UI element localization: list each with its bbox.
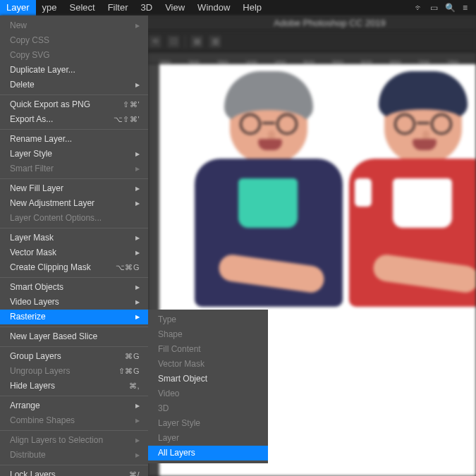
menu-item-label: Video Layers xyxy=(10,296,59,308)
menu-item-arrange[interactable]: Arrange xyxy=(0,398,148,413)
menu-item-shortcut: ⌘, xyxy=(129,380,140,392)
menu-separator xyxy=(0,430,148,431)
menu-item-group-layers[interactable]: Group Layers⌘G xyxy=(0,349,148,364)
menu-extra-icon: ≡ xyxy=(463,3,468,13)
menu-item-label: Delete xyxy=(10,79,35,91)
ruler-tick: 500 xyxy=(303,59,332,63)
menu-item-label: Rasterize xyxy=(10,311,46,323)
menu-item-label: Smart Filter xyxy=(10,163,54,175)
menu-item-copy-svg: Copy SVG xyxy=(0,48,148,63)
menu-item-combine-shapes: Combine Shapes xyxy=(0,413,148,428)
menu-item-label: Layer Content Options... xyxy=(10,212,102,224)
ruler-horizontal: 250300350400450500550600650700750 xyxy=(148,53,476,64)
menu-item-layer-style[interactable]: Layer Style xyxy=(0,147,148,161)
menu-separator xyxy=(0,178,148,179)
submenu-item-shape: Shape xyxy=(148,327,268,342)
wifi-icon: ᯤ xyxy=(415,3,423,13)
menu-separator xyxy=(0,327,148,327)
menu-window[interactable]: Window xyxy=(191,0,236,16)
menu-item-label: Hide Layers xyxy=(10,380,55,392)
submenu-item-layer: Layer xyxy=(148,431,268,446)
menu-item-distribute: Distribute xyxy=(0,448,148,463)
menu-item-shortcut: ⇧⌘' xyxy=(123,99,140,111)
options-divider xyxy=(185,35,185,48)
ruler-tick: 400 xyxy=(245,59,274,63)
battery-icon: ▭ xyxy=(430,3,438,13)
menu-item-lock-layers-[interactable]: Lock Layers...⌘/ xyxy=(0,468,148,476)
menu-item-new-layer-based-slice[interactable]: New Layer Based Slice xyxy=(0,329,148,344)
menu-item-rasterize[interactable]: Rasterize xyxy=(0,310,148,324)
menu-item-label: Align Layers to Selection xyxy=(10,434,103,446)
menu-item-align-layers-to-selection: Align Layers to Selection xyxy=(0,433,148,448)
menu-item-hide-layers[interactable]: Hide Layers⌘, xyxy=(0,379,148,393)
submenu-item-layer-style: Layer Style xyxy=(148,416,268,431)
menu-separator xyxy=(0,346,148,347)
app-root: Layer ype Select Filter 3D View Window H… xyxy=(0,0,476,476)
menu-item-label: Duplicate Layer... xyxy=(10,64,75,76)
menu-item-rename-layer-[interactable]: Rename Layer... xyxy=(0,132,148,147)
menu-separator xyxy=(0,228,148,228)
menu-item-label: Group Layers xyxy=(10,350,61,362)
menu-layer[interactable]: Layer xyxy=(0,0,36,16)
menubar: Layer ype Select Filter 3D View Window H… xyxy=(0,0,476,16)
menu-item-label: Vector Mask xyxy=(10,247,56,259)
menu-item-label: Arrange xyxy=(10,400,40,412)
submenu-item-3d: 3D xyxy=(148,401,268,416)
menu-select[interactable]: Select xyxy=(63,0,102,16)
status-icons: ᯤ ▭ 🔍 ≡ xyxy=(415,3,476,13)
rasterize-submenu: TypeShapeFill ContentVector MaskSmart Ob… xyxy=(148,310,268,463)
menu-item-label: Distribute xyxy=(10,449,46,461)
menu-item-label: New Fill Layer xyxy=(10,183,63,195)
illustration-person-b xyxy=(342,78,476,325)
menu-help[interactable]: Help xyxy=(236,0,268,16)
ruler-tick: 700 xyxy=(418,59,447,63)
menu-filter[interactable]: Filter xyxy=(102,0,135,16)
menu-item-label: New Layer Based Slice xyxy=(10,331,97,343)
menu-item-label: Ungroup Layers xyxy=(10,365,70,377)
menu-view[interactable]: View xyxy=(159,0,191,16)
menu-separator xyxy=(0,94,148,95)
menu-item-duplicate-layer-[interactable]: Duplicate Layer... xyxy=(0,63,148,78)
menu-item-label: Export As... xyxy=(10,114,53,126)
menu-item-label: Rename Layer... xyxy=(10,133,72,145)
menu-item-label: Create Clipping Mask xyxy=(10,262,91,274)
menu-item-shortcut: ⇧⌘G xyxy=(118,365,140,377)
ruler-tick: 300 xyxy=(188,59,217,63)
menu-item-layer-mask[interactable]: Layer Mask xyxy=(0,231,148,245)
menu-3d[interactable]: 3D xyxy=(135,0,159,16)
menu-item-label: New Adjustment Layer xyxy=(10,197,94,209)
menu-item-label: Layer Style xyxy=(10,148,52,160)
submenu-item-video: Video xyxy=(148,386,268,401)
menu-item-shortcut: ⌘/ xyxy=(129,469,140,476)
menu-item-new-adjustment-layer[interactable]: New Adjustment Layer xyxy=(0,196,148,211)
menu-item-label: Smart Objects xyxy=(10,281,63,293)
search-icon: 🔍 xyxy=(445,3,456,13)
menu-item-ungroup-layers: Ungroup Layers⇧⌘G xyxy=(0,364,148,379)
menu-item-delete[interactable]: Delete xyxy=(0,78,148,92)
menu-item-quick-export-as-png[interactable]: Quick Export as PNG⇧⌘' xyxy=(0,97,148,112)
tool-button-1[interactable]: ⟲ xyxy=(148,35,162,49)
menu-separator xyxy=(0,465,148,465)
menu-item-shortcut: ⌥⌘G xyxy=(116,262,140,274)
menu-item-video-layers[interactable]: Video Layers xyxy=(0,295,148,310)
submenu-item-smart-object[interactable]: Smart Object xyxy=(148,372,268,386)
menu-item-export-as-[interactable]: Export As...⌥⇧⌘' xyxy=(0,112,148,127)
menu-item-new: New xyxy=(0,18,148,33)
menu-type[interactable]: ype xyxy=(36,0,63,16)
menu-item-label: Copy CSS xyxy=(10,35,49,47)
menu-item-create-clipping-mask[interactable]: Create Clipping Mask⌥⌘G xyxy=(0,260,148,275)
submenu-item-fill-content: Fill Content xyxy=(148,342,268,357)
tool-button-4[interactable]: ▥ xyxy=(208,35,222,49)
tool-button-2[interactable]: ☐ xyxy=(166,35,181,49)
submenu-item-all-layers[interactable]: All Layers xyxy=(148,446,268,460)
submenu-item-vector-mask: Vector Mask xyxy=(148,357,268,372)
ruler-tick: 550 xyxy=(332,59,361,63)
menu-item-vector-mask[interactable]: Vector Mask xyxy=(0,245,148,260)
tool-button-3[interactable]: ▤ xyxy=(190,35,204,49)
menu-item-smart-objects[interactable]: Smart Objects xyxy=(0,280,148,295)
ruler-tick: 250 xyxy=(159,59,188,63)
menu-separator xyxy=(0,396,148,396)
menu-item-new-fill-layer[interactable]: New Fill Layer xyxy=(0,181,148,196)
menu-item-copy-css: Copy CSS xyxy=(0,33,148,48)
ruler-tick: 350 xyxy=(217,59,246,63)
